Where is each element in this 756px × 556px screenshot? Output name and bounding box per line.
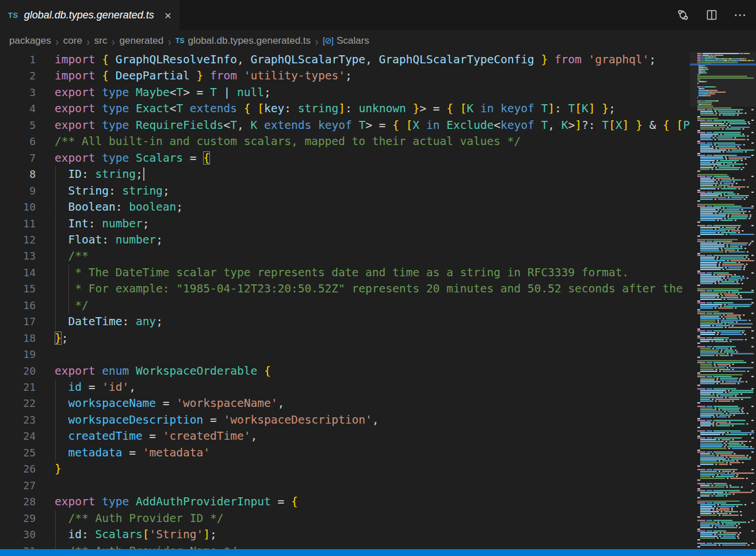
breadcrumb-item-generated[interactable]: generated xyxy=(120,35,164,47)
code-token: = xyxy=(122,446,142,459)
code-line[interactable]: id: Scalars['String']; xyxy=(55,527,690,543)
code-area[interactable]: 1import { GraphQLResolveInfo, GraphQLSca… xyxy=(0,52,690,549)
breadcrumb-item-scalars[interactable]: [⊘]Scalars xyxy=(323,35,369,47)
code-line[interactable]: workspaceName = 'workspaceName', xyxy=(55,395,690,412)
line-number[interactable]: 6 xyxy=(0,134,36,150)
line-number[interactable]: 20 xyxy=(0,363,36,379)
line-number[interactable]: 1 xyxy=(0,52,36,68)
code-line[interactable]: export type AddAuthProviderInput = { xyxy=(55,494,690,510)
code-line[interactable]: * The DateTime scalar type represents da… xyxy=(55,265,690,281)
line-number[interactable]: 2 xyxy=(0,68,36,84)
line-number[interactable]: 16 xyxy=(0,298,36,314)
code-line[interactable]: /** Auth Provider ID */ xyxy=(55,511,690,527)
code-token: ] xyxy=(548,102,555,115)
indent-guide xyxy=(55,265,56,281)
code-token: T xyxy=(176,86,183,99)
code-token: X xyxy=(413,119,419,132)
code-line[interactable]: /** Auth Provider Name */ xyxy=(55,543,690,550)
minimap[interactable] xyxy=(690,52,756,549)
line-number[interactable]: 9 xyxy=(0,183,36,199)
code-line[interactable]: export type RequireFields<T, K extends k… xyxy=(55,117,690,134)
line-number[interactable]: 17 xyxy=(0,314,36,330)
line-number[interactable]: 19 xyxy=(0,346,36,363)
code-line[interactable]: id = 'id', xyxy=(55,379,690,395)
tab-global-db-types-generated-ts[interactable]: TS global.db.types.generated.ts × xyxy=(0,0,180,30)
line-number[interactable]: 30 xyxy=(0,527,36,543)
code-line[interactable]: import { DeepPartial } from 'utility-typ… xyxy=(55,68,690,84)
code-line[interactable]: Int: number; xyxy=(55,216,690,232)
code-line[interactable]: workspaceDescription = 'workspaceDescrip… xyxy=(55,412,690,428)
code-line[interactable]: export type Maybe<T> = T | null; xyxy=(55,85,690,101)
line-number[interactable]: 14 xyxy=(0,265,36,281)
code-token: export xyxy=(55,495,95,508)
code-line[interactable]: } xyxy=(55,461,690,477)
line-number[interactable]: 26 xyxy=(0,461,36,477)
line-number[interactable]: 13 xyxy=(0,248,36,264)
open-changes-icon[interactable] xyxy=(676,8,690,22)
code-line[interactable]: String: string; xyxy=(55,183,690,199)
code-token xyxy=(257,364,264,378)
split-editor-icon[interactable] xyxy=(705,9,718,21)
code-line[interactable]: Boolean: boolean; xyxy=(55,199,690,215)
more-actions-icon[interactable]: ⋯ xyxy=(734,9,747,21)
code-line[interactable] xyxy=(55,478,690,494)
code-token: RequireFields xyxy=(136,119,224,132)
code-token: : xyxy=(82,167,95,181)
code-line[interactable]: Float: number; xyxy=(55,232,690,248)
breadcrumb-label: generated xyxy=(120,35,164,47)
line-number[interactable]: 24 xyxy=(0,428,36,444)
breadcrumb-item-src[interactable]: src xyxy=(94,35,108,47)
line-number[interactable]: 5 xyxy=(0,117,36,134)
line-number[interactable]: 15 xyxy=(0,281,36,297)
line-number[interactable]: 28 xyxy=(0,494,36,510)
breadcrumb-item-global-db-types-generated-ts[interactable]: TSglobal.db.types.generated.ts xyxy=(175,35,311,47)
line-number[interactable]: 29 xyxy=(0,511,36,527)
code-line[interactable]: * For example: "1985-04-12T23:20:50.52Z"… xyxy=(55,281,690,297)
line-number[interactable]: 22 xyxy=(0,395,36,412)
code-token: K xyxy=(251,119,258,132)
code-comment: /** xyxy=(55,249,89,262)
code-line[interactable]: createdTime = 'createdTime', xyxy=(55,428,690,444)
code-token: 'utility-types' xyxy=(244,69,345,82)
line-number[interactable]: 18 xyxy=(0,330,36,346)
code-token xyxy=(237,102,244,115)
breadcrumb-item-packages[interactable]: packages xyxy=(9,35,51,47)
code-comment: * For example: "1985-04-12T23:20:50.52Z"… xyxy=(55,282,690,295)
code-token: 'graphql' xyxy=(589,53,650,66)
line-number[interactable]: 10 xyxy=(0,199,36,215)
code-line[interactable]: DateTime: any; xyxy=(55,314,690,330)
code-token: : xyxy=(116,200,129,214)
code-token: = xyxy=(156,397,176,410)
code-line[interactable]: export type Scalars = { xyxy=(55,150,690,166)
code-token: , xyxy=(548,119,561,132)
code-line[interactable]: export type Exact<T extends { [key: stri… xyxy=(55,101,690,117)
line-number[interactable]: 12 xyxy=(0,232,36,248)
symbol-type-icon: [⊘] xyxy=(323,36,333,46)
code-line[interactable]: /** xyxy=(55,248,690,264)
code-line[interactable]: export enum WorkspaceOrderable { xyxy=(55,363,690,379)
line-number[interactable]: 8 xyxy=(0,166,36,182)
code-line[interactable]: ID: string; xyxy=(55,166,690,182)
code-line[interactable]: */ xyxy=(55,298,690,314)
code-line[interactable] xyxy=(55,346,690,363)
line-number[interactable]: 23 xyxy=(0,412,36,428)
line-number[interactable]: 11 xyxy=(0,216,36,232)
code-token xyxy=(595,102,602,115)
code-token: T xyxy=(534,102,548,115)
code-token: 'workspaceDescription' xyxy=(224,413,372,426)
line-number[interactable]: 31 xyxy=(0,543,36,550)
line-number[interactable]: 21 xyxy=(0,379,36,395)
line-number[interactable]: 25 xyxy=(0,445,36,461)
code-line[interactable]: import { GraphQLResolveInfo, GraphQLScal… xyxy=(55,52,690,68)
line-number[interactable]: 4 xyxy=(0,101,36,117)
breadcrumb-item-core[interactable]: core xyxy=(63,35,82,47)
code-line[interactable]: metadata = 'metadata' xyxy=(55,445,690,461)
code-line[interactable]: /** All built-in and custom scalars, map… xyxy=(55,134,690,150)
line-number[interactable]: 7 xyxy=(0,150,36,166)
line-number[interactable]: 27 xyxy=(0,478,36,494)
code-token: , xyxy=(237,53,250,66)
close-tab-icon[interactable]: × xyxy=(165,9,171,21)
line-number[interactable]: 3 xyxy=(0,85,36,101)
code-line[interactable]: }; xyxy=(55,330,690,346)
breadcrumb-label: global.db.types.generated.ts xyxy=(188,35,311,47)
